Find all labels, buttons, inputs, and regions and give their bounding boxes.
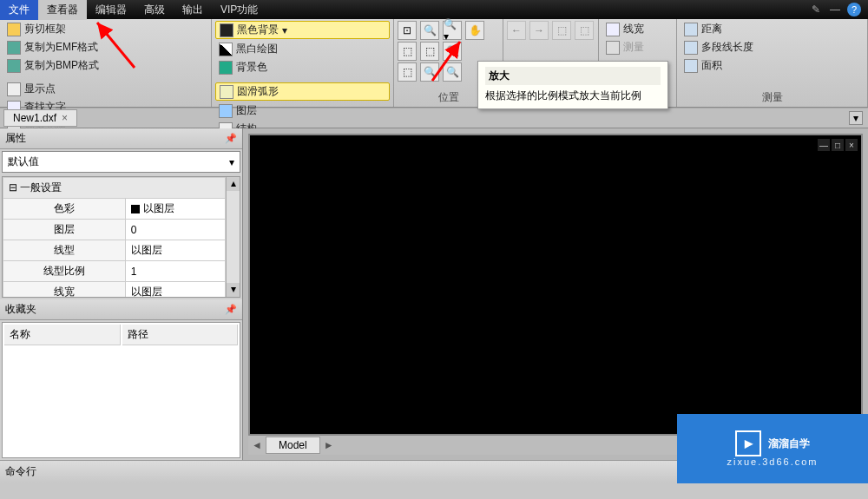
layers-icon bbox=[219, 104, 233, 118]
menu-file[interactable]: 文件 bbox=[0, 0, 38, 20]
properties-header: 属性📌 bbox=[0, 128, 242, 149]
menu-advanced[interactable]: 高级 bbox=[135, 0, 174, 20]
nav-back-button: ← bbox=[507, 21, 526, 40]
show-point-button[interactable]: 显示点 bbox=[3, 81, 207, 97]
play-icon: ▶ bbox=[735, 430, 761, 456]
help-icon[interactable]: ? bbox=[847, 3, 861, 16]
layer-button[interactable]: 图层 bbox=[215, 102, 390, 119]
label: 距离 bbox=[701, 22, 722, 36]
prop-value[interactable]: 以图层 bbox=[125, 282, 225, 299]
tabs-dropdown[interactable]: ▾ bbox=[849, 111, 863, 125]
pin-icon[interactable]: 📌 bbox=[225, 133, 237, 144]
watermark-text: 溜溜自学 bbox=[768, 437, 810, 451]
prop-key: 线宽 bbox=[3, 282, 126, 299]
ribbon: 剪切框架 复制为EMF格式 复制为BMP格式 显示点 查找文字 修剪光栅 工具 … bbox=[0, 19, 868, 108]
prop-value[interactable]: 以图层 bbox=[125, 240, 225, 261]
emf-icon bbox=[7, 41, 21, 55]
cut-frame-button[interactable]: 剪切框架 bbox=[3, 21, 207, 37]
zoom-c-button[interactable]: ⬚ bbox=[398, 62, 417, 82]
scissors-icon bbox=[7, 23, 21, 36]
pan-button[interactable]: ✋ bbox=[465, 21, 484, 40]
label: 测量 bbox=[623, 40, 644, 55]
menu-vip[interactable]: VIP功能 bbox=[212, 0, 266, 20]
menu-output[interactable]: 输出 bbox=[174, 0, 212, 20]
label: 圆滑弧形 bbox=[237, 84, 279, 99]
linewidth-icon bbox=[606, 23, 620, 36]
prop-value[interactable]: 以图层 bbox=[125, 199, 225, 220]
tab-model[interactable]: Model bbox=[266, 437, 320, 454]
bg-color-button[interactable]: 背景色 bbox=[215, 59, 390, 76]
default-combo[interactable]: 默认值▾ bbox=[2, 151, 240, 173]
scroll-down-icon[interactable]: ▾ bbox=[227, 283, 240, 297]
zoom-1-button[interactable]: 🔍 bbox=[443, 62, 462, 82]
tooltip-body: 根据选择的比例模式放大当前比例 bbox=[485, 89, 661, 103]
distance-icon bbox=[684, 23, 698, 36]
contrast-icon bbox=[219, 43, 233, 56]
color-swatch bbox=[131, 205, 140, 213]
label: 背景色 bbox=[236, 60, 267, 75]
pin-icon[interactable]: 📌 bbox=[225, 304, 237, 315]
menu-viewer[interactable]: 查看器 bbox=[38, 0, 87, 20]
polyline-length-button[interactable]: 多段线长度 bbox=[681, 39, 864, 56]
command-label: 命令行 bbox=[5, 464, 36, 479]
nav-b-button: ⬚ bbox=[575, 21, 594, 40]
copy-emf-button[interactable]: 复制为EMF格式 bbox=[3, 39, 207, 56]
prop-key: 线型 bbox=[3, 240, 126, 261]
zoom-out-button[interactable]: 🔍 bbox=[443, 42, 462, 61]
label: 显示点 bbox=[24, 82, 56, 96]
prop-key: 图层 bbox=[3, 220, 126, 240]
area-button[interactable]: 面积 bbox=[681, 57, 864, 74]
col-name[interactable]: 名称 bbox=[4, 325, 121, 345]
col-path[interactable]: 路径 bbox=[122, 325, 239, 345]
menu-editor[interactable]: 编辑器 bbox=[87, 0, 135, 20]
pencil-icon[interactable]: ✎ bbox=[809, 3, 823, 16]
zoom-b-button[interactable]: ⬚ bbox=[420, 42, 439, 61]
canvas-max-icon[interactable]: □ bbox=[832, 139, 844, 151]
prop-value[interactable]: 1 bbox=[125, 261, 225, 282]
nav-a-button: ⬚ bbox=[552, 21, 571, 40]
canvas-close-icon[interactable]: × bbox=[845, 139, 858, 151]
zoom-d-button[interactable]: 🔍 bbox=[420, 62, 439, 82]
tab-next-icon[interactable]: ► bbox=[320, 439, 338, 451]
zoom-window-button[interactable]: ⊡ bbox=[398, 21, 417, 40]
bmp-icon bbox=[7, 59, 21, 73]
tab-label: New1.dxf bbox=[13, 112, 56, 124]
panel-title: 属性 bbox=[5, 131, 26, 146]
prop-value[interactable]: 0 bbox=[125, 220, 225, 240]
label: 复制为BMP格式 bbox=[24, 58, 99, 73]
scroll-up-icon[interactable]: ▴ bbox=[227, 177, 240, 191]
target-icon bbox=[7, 82, 21, 96]
zoom-in-button[interactable]: 🔍▾ bbox=[443, 21, 462, 40]
drawing-canvas[interactable]: — □ × bbox=[248, 134, 863, 436]
bw-draw-button[interactable]: 黑白绘图 bbox=[215, 41, 390, 57]
tab-file1[interactable]: New1.dxf× bbox=[3, 109, 77, 127]
prop-key: 线型比例 bbox=[3, 261, 126, 282]
section-general[interactable]: 一般设置 bbox=[3, 178, 226, 199]
favorites-header: 收藏夹📌 bbox=[0, 299, 242, 320]
label: 线宽 bbox=[623, 22, 644, 36]
linewidth-button[interactable]: 线宽 bbox=[602, 21, 673, 37]
tab-prev-icon[interactable]: ◄ bbox=[248, 439, 266, 451]
palette-icon bbox=[219, 61, 233, 75]
label: 黑白绘图 bbox=[236, 42, 278, 56]
tooltip: 放大 根据选择的比例模式放大当前比例 bbox=[477, 61, 668, 109]
label: 面积 bbox=[701, 58, 722, 73]
scrollbar[interactable]: ▴▾ bbox=[226, 177, 240, 297]
copy-bmp-button[interactable]: 复制为BMP格式 bbox=[3, 57, 207, 74]
minimize-icon[interactable]: — bbox=[828, 3, 842, 16]
label: 黑色背景 bbox=[237, 23, 279, 37]
smooth-arc-button[interactable]: 圆滑弧形 bbox=[215, 82, 390, 101]
combo-value: 默认值 bbox=[8, 154, 39, 169]
prop-key: 色彩 bbox=[3, 199, 126, 220]
panel-title: 收藏夹 bbox=[5, 302, 36, 317]
canvas-min-icon[interactable]: — bbox=[818, 139, 830, 151]
property-grid: 一般设置 色彩以图层 图层0 线型以图层 线型比例1 线宽以图层 ▴▾ bbox=[2, 176, 240, 298]
black-bg-button[interactable]: 黑色背景▾ bbox=[215, 21, 390, 39]
close-icon[interactable]: × bbox=[62, 112, 68, 124]
zoom-a-button[interactable]: ⬚ bbox=[398, 42, 417, 61]
favorites-grid: 名称路径 bbox=[2, 322, 240, 458]
bg-icon bbox=[220, 23, 233, 37]
label: 图层 bbox=[236, 103, 257, 118]
distance-button[interactable]: 距离 bbox=[681, 21, 864, 37]
zoom-extents-button[interactable]: 🔍 bbox=[420, 21, 439, 40]
